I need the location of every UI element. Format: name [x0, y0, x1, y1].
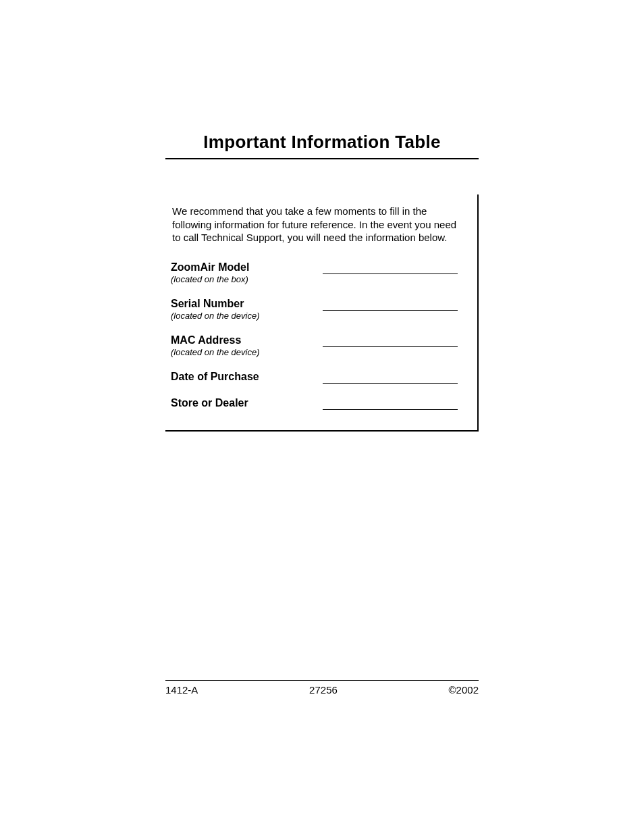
page-footer: 1412-A 27256 ©2002 [165, 680, 479, 696]
field-hint: (located on the device) [171, 311, 323, 321]
field-blank-line[interactable] [323, 264, 458, 274]
field-left: Serial Number (located on the device) [171, 298, 323, 321]
footer-code: 27256 [309, 684, 338, 696]
footer-copyright: ©2002 [449, 684, 479, 696]
field-row: MAC Address (located on the device) [171, 334, 467, 357]
field-left: Store or Dealer [171, 397, 323, 409]
footer-doc-number: 1412-A [165, 684, 198, 696]
field-left: Date of Purchase [171, 371, 323, 383]
intro-text: We recommend that you take a few moments… [171, 205, 467, 244]
field-row: Date of Purchase [171, 371, 467, 384]
field-hint: (located on the device) [171, 347, 323, 357]
field-hint: (located on the box) [171, 274, 323, 284]
field-left: MAC Address (located on the device) [171, 334, 323, 357]
field-blank-line[interactable] [323, 373, 458, 384]
field-left: ZoomAir Model (located on the box) [171, 261, 323, 284]
field-label: Store or Dealer [171, 397, 323, 409]
field-label: Date of Purchase [171, 371, 323, 383]
field-row: Serial Number (located on the device) [171, 298, 467, 321]
field-label: Serial Number [171, 298, 323, 310]
field-row: Store or Dealer [171, 397, 467, 410]
field-blank-line[interactable] [323, 337, 458, 347]
field-blank-line[interactable] [323, 400, 458, 410]
field-row: ZoomAir Model (located on the box) [171, 261, 467, 284]
field-blank-line[interactable] [323, 301, 458, 311]
field-label: ZoomAir Model [171, 261, 323, 273]
document-page: Important Information Table We recommend… [0, 0, 644, 432]
page-title: Important Information Table [165, 132, 479, 159]
information-box: We recommend that you take a few moments… [165, 194, 479, 432]
field-label: MAC Address [171, 334, 323, 346]
